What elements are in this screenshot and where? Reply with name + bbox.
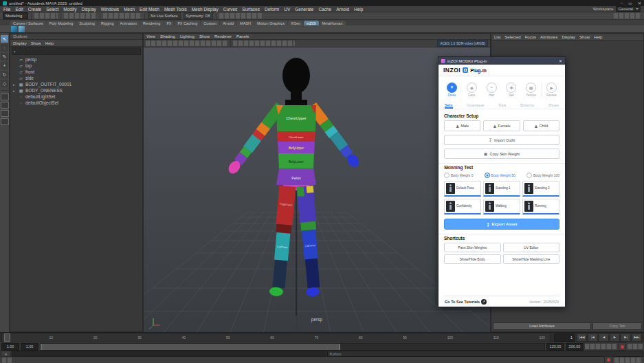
- symmetry-dropdown[interactable]: Symmetry: Off: [184, 12, 213, 19]
- plugin-subtab[interactable]: Shoes: [548, 103, 559, 107]
- attribute-editor-menu-item[interactable]: Show: [579, 35, 590, 39]
- copy-tab-button[interactable]: Copy Tab: [592, 322, 642, 330]
- menu-item[interactable]: Arnold: [336, 7, 349, 12]
- minimize-icon[interactable]: –: [621, 1, 623, 6]
- export-asset-button[interactable]: ↥ Export Asset: [444, 219, 559, 230]
- plugin-subtab[interactable]: Tops: [498, 103, 507, 107]
- viewport-menu-item[interactable]: View: [146, 34, 155, 38]
- pose-card[interactable]: Standing 2: [522, 181, 559, 197]
- shelf-tab[interactable]: inZOI: [304, 21, 318, 25]
- plugin-tab[interactable]: ▦ Texture: [522, 82, 540, 97]
- menu-item[interactable]: Windows: [101, 7, 119, 12]
- playback-end-field[interactable]: 120.00: [546, 343, 564, 351]
- body-weight-radio[interactable]: Body Weight 0: [444, 173, 473, 178]
- plugin-tab[interactable]: ▶ Review: [542, 82, 561, 97]
- body-weight-radio[interactable]: Body Weight 100: [526, 173, 559, 178]
- color-management-chip[interactable]: ACES 1.0 SDR-video (sRGB): [437, 40, 488, 47]
- menu-item[interactable]: Help: [354, 7, 363, 12]
- viewport-menu-item[interactable]: Show: [199, 34, 210, 38]
- step-forward-button[interactable]: ▶|: [621, 333, 631, 342]
- menuset-dropdown[interactable]: Modeling: [3, 12, 28, 19]
- attribute-editor-menu-item[interactable]: Selected: [504, 35, 520, 39]
- inzoi-shelf-icon[interactable]: [19, 26, 25, 32]
- script-editor-icon[interactable]: ≡: [1, 351, 11, 357]
- single-pane-layout-icon[interactable]: [1, 94, 9, 100]
- close-icon[interactable]: ✕: [638, 1, 641, 6]
- animation-start-field[interactable]: 1.00: [1, 343, 19, 351]
- menu-item[interactable]: Mesh: [124, 7, 135, 12]
- play-backwards-button[interactable]: ◀: [599, 333, 609, 342]
- outliner-search-input[interactable]: [17, 49, 139, 54]
- range-slider-handle[interactable]: [41, 344, 340, 350]
- go-to-end-button[interactable]: ▶▶|: [632, 333, 642, 342]
- outliner-menu-item[interactable]: Show: [31, 41, 41, 45]
- scale-tool-icon[interactable]: ◇: [1, 80, 8, 87]
- shortcut-button[interactable]: UV Editor: [503, 243, 560, 252]
- expand-arrow-icon[interactable]: ▸: [13, 89, 16, 93]
- workspace-dropdown[interactable]: General: [616, 6, 641, 12]
- shelf-tab[interactable]: XGen: [288, 21, 303, 25]
- attribute-editor-menu-item[interactable]: Display: [562, 35, 575, 39]
- viewport-menu-item[interactable]: Shading: [160, 34, 175, 38]
- menu-item[interactable]: Cache: [318, 7, 331, 12]
- menu-item[interactable]: Edit: [15, 7, 23, 12]
- shelf-tab[interactable]: MetaHuman: [320, 21, 346, 25]
- shortcut-button[interactable]: Show/Hide Masking Line: [503, 254, 560, 264]
- pose-card[interactable]: Running: [522, 199, 559, 214]
- menu-item[interactable]: File: [3, 7, 10, 12]
- viewport-menu-item[interactable]: Panels: [236, 34, 249, 38]
- outliner-item[interactable]: ▱ front: [10, 69, 142, 75]
- range-slider-track[interactable]: [40, 343, 545, 351]
- animation-end-field[interactable]: 200.00: [566, 343, 584, 351]
- outliner-menu-item[interactable]: Help: [45, 41, 54, 45]
- outliner-item[interactable]: ▱ side: [10, 75, 142, 81]
- paint-select-tool-icon[interactable]: ✎: [1, 53, 8, 60]
- outliner-search[interactable]: ▾: [12, 47, 141, 55]
- attribute-editor-menu-item[interactable]: Focus: [525, 35, 536, 39]
- outliner-item[interactable]: ◌ defaultObjectSet: [10, 100, 142, 106]
- lasso-tool-icon[interactable]: ◌: [1, 44, 8, 52]
- play-button[interactable]: ▶: [610, 333, 620, 342]
- body-weight-radio[interactable]: Body Weight 50: [485, 173, 515, 178]
- outliner-item[interactable]: ▸ ▦ BODY_ONENESS: [10, 87, 142, 94]
- snapping-icons[interactable]: [103, 13, 142, 19]
- shelf-tab[interactable]: Rendering: [140, 21, 163, 25]
- record-icon[interactable]: [604, 356, 612, 363]
- plugin-tab[interactable]: ▼ Dress: [443, 82, 461, 97]
- timeline-track[interactable]: 1102030405060708090100110120: [1, 333, 551, 342]
- menu-item[interactable]: Display: [81, 7, 96, 12]
- viewport-camera-icons[interactable]: [146, 41, 228, 46]
- shelf-tab[interactable]: Rigging: [98, 21, 117, 25]
- grid-toggle-icon[interactable]: [2, 358, 12, 363]
- outliner-item[interactable]: ▸ ▦ BODY_OUTFIT_00001: [10, 81, 142, 87]
- menu-item[interactable]: Create: [28, 7, 42, 12]
- attribute-editor-menu-item[interactable]: Help: [594, 35, 602, 39]
- attribute-editor-menu-item[interactable]: Attributes: [540, 35, 557, 39]
- menu-item[interactable]: Generate: [295, 7, 313, 12]
- pose-card[interactable]: Confidently: [444, 199, 481, 214]
- shelf-tab[interactable]: Animation: [118, 21, 140, 25]
- shelf-tab[interactable]: FX: [164, 21, 174, 25]
- shelf-tab[interactable]: Poly Modeling: [47, 21, 76, 25]
- rotate-tool-icon[interactable]: ↻: [1, 71, 8, 78]
- sidebar-toggle-icons[interactable]: [614, 13, 641, 19]
- selection-mask-icons[interactable]: [64, 13, 97, 19]
- shelf-tab[interactable]: Curves / Surfaces: [10, 21, 46, 25]
- move-tool-icon[interactable]: +: [1, 62, 8, 69]
- plugin-subtab[interactable]: Sets: [445, 103, 453, 107]
- inzoi-shelf-icon[interactable]: [11, 26, 17, 32]
- menu-item[interactable]: Edit Mesh: [140, 7, 159, 12]
- menu-item[interactable]: Surfaces: [242, 7, 260, 12]
- select-tool-icon[interactable]: ↖: [1, 35, 8, 43]
- four-pane-layout-icon[interactable]: [1, 110, 9, 117]
- plugin-tab[interactable]: ✚ Nail: [502, 82, 520, 97]
- render-icons[interactable]: [219, 13, 263, 19]
- shelf-tab[interactable]: Arnold: [220, 21, 236, 25]
- character-set-icons[interactable]: [585, 344, 617, 349]
- close-icon[interactable]: ✕: [559, 58, 562, 63]
- animation-preferences-icons[interactable]: [628, 344, 643, 349]
- pose-card[interactable]: Default Pose: [444, 181, 481, 197]
- outliner-item[interactable]: ▱ persp: [10, 56, 142, 63]
- status-icons[interactable]: [614, 358, 642, 363]
- outliner-item[interactable]: ◌ defaultLightSet: [10, 94, 142, 100]
